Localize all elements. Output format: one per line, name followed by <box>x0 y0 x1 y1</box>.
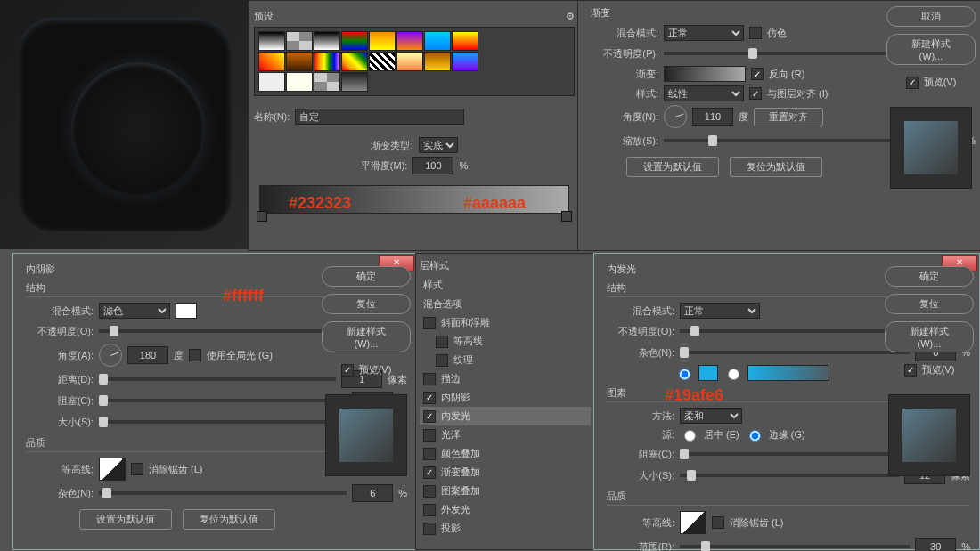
global-light-checkbox[interactable] <box>189 349 201 361</box>
glow-gradient[interactable] <box>747 365 829 381</box>
gradient-ramp[interactable] <box>259 185 569 214</box>
product-preview <box>0 0 248 249</box>
reset-default-button[interactable]: 复位为默认值 <box>730 157 822 177</box>
ok-button[interactable]: 确定 <box>885 266 974 287</box>
style-stroke[interactable]: 描边 <box>420 369 591 388</box>
style-texture[interactable]: 纹理 <box>420 351 591 369</box>
newstyle-button[interactable]: 新建样式(W)... <box>322 321 411 352</box>
color-radio[interactable] <box>679 369 690 380</box>
preset-swatch[interactable] <box>258 31 285 51</box>
style-inner-glow[interactable]: 内发光 <box>420 407 591 425</box>
reset-button[interactable]: 复位 <box>322 294 411 314</box>
preset-swatch[interactable] <box>314 52 340 71</box>
newstyle-button[interactable]: 新建样式(W)... <box>885 321 974 352</box>
style-gradient-overlay[interactable]: 渐变叠加 <box>420 463 591 482</box>
style-contour[interactable]: 等高线 <box>420 332 591 351</box>
preset-swatch[interactable] <box>341 72 368 92</box>
blend-mode-select[interactable]: 滤色 <box>99 303 170 319</box>
gradient-preview[interactable] <box>664 66 746 82</box>
gradient-name-input[interactable] <box>295 109 464 125</box>
range-slider[interactable] <box>680 545 910 548</box>
reset-align-button[interactable]: 重置对齐 <box>754 108 823 126</box>
inner-shadow-panel: ✕ 内阴影 结构 混合模式: 滤色 不透明度(O): % 角度(A): 度 使用… <box>12 253 417 550</box>
preset-swatch[interactable] <box>286 52 313 71</box>
style-satin[interactable]: 光泽 <box>420 425 591 444</box>
reset-button[interactable]: 复位 <box>885 294 974 314</box>
gradient-presets[interactable] <box>254 27 575 96</box>
glow-color-swatch[interactable] <box>698 365 718 381</box>
choke-slider[interactable] <box>99 399 347 402</box>
color-swatch[interactable] <box>176 303 197 319</box>
angle-dial[interactable] <box>664 105 687 128</box>
preset-swatch[interactable] <box>314 72 340 92</box>
set-default-button[interactable]: 设置为默认值 <box>626 157 719 177</box>
preset-swatch[interactable] <box>452 52 478 71</box>
preview-checkbox[interactable] <box>341 364 354 377</box>
opacity-slider[interactable] <box>99 329 347 333</box>
preset-swatch[interactable] <box>286 31 313 51</box>
antialias-checkbox[interactable] <box>712 516 724 529</box>
technique-select[interactable]: 柔和 <box>680 408 742 424</box>
ok-button[interactable]: 确定 <box>322 266 411 287</box>
cancel-button[interactable]: 取消 <box>886 6 976 27</box>
angle-dial[interactable] <box>99 344 122 367</box>
reset-default-button[interactable]: 复位为默认值 <box>183 509 275 530</box>
preset-swatch[interactable] <box>424 31 451 51</box>
blend-mode-select[interactable]: 正常 <box>680 303 760 319</box>
align-checkbox[interactable] <box>749 87 762 100</box>
smoothness-input[interactable] <box>412 157 453 174</box>
style-blend-options[interactable]: 混合选项 <box>420 295 591 313</box>
preset-swatch[interactable] <box>396 52 423 71</box>
style-bevel[interactable]: 斜面和浮雕 <box>420 313 591 332</box>
style-drop-shadow[interactable]: 投影 <box>420 519 591 538</box>
noise-slider[interactable] <box>99 491 347 495</box>
style-pattern-overlay[interactable]: 图案叠加 <box>420 482 591 500</box>
preview-thumbnail <box>325 394 407 476</box>
set-default-button[interactable]: 设置为默认值 <box>79 509 172 530</box>
preview-checkbox[interactable] <box>904 364 917 377</box>
preset-swatch[interactable] <box>369 52 396 71</box>
color-stop[interactable] <box>257 211 267 222</box>
newstyle-button[interactable]: 新建样式(W)... <box>886 34 976 65</box>
preset-swatch[interactable] <box>314 31 340 51</box>
preset-swatch[interactable] <box>424 52 451 71</box>
name-label: 名称(N): <box>254 110 290 124</box>
preset-swatch[interactable] <box>258 72 285 92</box>
choke-slider[interactable] <box>680 452 910 456</box>
preset-swatch[interactable] <box>258 52 285 71</box>
preset-swatch[interactable] <box>369 31 396 51</box>
source-center-radio[interactable] <box>684 430 696 442</box>
noise-slider[interactable] <box>680 351 910 354</box>
gradient-overlay-panel: 渐变 混合模式: 正常 仿色 不透明度(P): % 渐变: 反向 (R) 样式:… <box>577 0 980 251</box>
contour-picker[interactable] <box>99 458 126 481</box>
angle-input[interactable] <box>692 108 733 126</box>
preset-swatch[interactable] <box>341 31 368 51</box>
style-color-overlay[interactable]: 颜色叠加 <box>420 444 591 463</box>
dither-checkbox[interactable] <box>749 27 762 39</box>
angle-input[interactable] <box>127 346 168 364</box>
contour-picker[interactable] <box>680 511 706 534</box>
preset-swatch[interactable] <box>341 52 368 71</box>
inner-glow-panel: ✕ 内发光 结构 混合模式: 正常 不透明度(O): % 杂色(N): % 图素… <box>593 253 980 550</box>
source-edge-radio[interactable] <box>749 430 761 442</box>
size-slider[interactable] <box>99 420 336 424</box>
size-slider[interactable] <box>680 474 899 477</box>
opacity-slider[interactable] <box>680 329 910 333</box>
distance-slider[interactable] <box>99 377 336 381</box>
preview-checkbox[interactable] <box>906 77 919 89</box>
color-stop[interactable] <box>561 211 572 222</box>
gradient-type-select[interactable]: 实底 <box>419 137 458 153</box>
gradient-radio[interactable] <box>728 369 739 380</box>
antialias-checkbox[interactable] <box>131 463 143 475</box>
preset-swatch[interactable] <box>286 72 313 92</box>
style-inner-shadow[interactable]: 内阴影 <box>420 388 591 407</box>
range-input[interactable] <box>915 538 956 551</box>
reverse-checkbox[interactable] <box>751 68 764 80</box>
preset-swatch[interactable] <box>396 31 423 51</box>
preset-swatch[interactable] <box>452 31 478 51</box>
style-select[interactable]: 线性 <box>664 85 744 101</box>
blend-mode-select[interactable]: 正常 <box>664 25 744 41</box>
style-outer-glow[interactable]: 外发光 <box>420 500 591 519</box>
noise-input[interactable] <box>352 484 393 502</box>
gear-icon[interactable]: ⚙ <box>566 11 575 22</box>
